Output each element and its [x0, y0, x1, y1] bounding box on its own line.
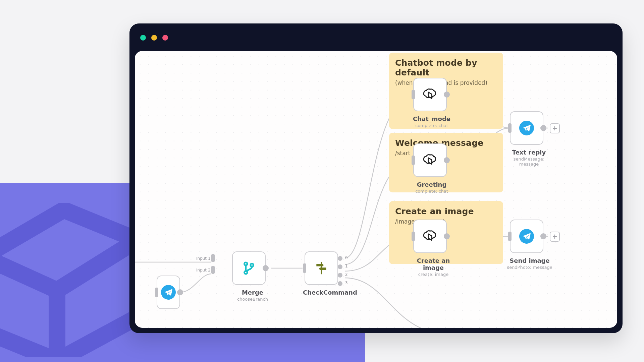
node-output-port[interactable]: [444, 92, 450, 98]
node-text-reply[interactable]: Text reply sendMessage: message: [508, 111, 552, 167]
group-title: Chatbot mode by default: [395, 58, 497, 77]
signpost-icon: [314, 261, 329, 276]
node-merge[interactable]: Merge chooseBranch: [233, 251, 272, 302]
node-check-command[interactable]: CheckCommand: [303, 251, 343, 296]
output-label: 1: [345, 264, 348, 268]
node-output-port[interactable]: [540, 233, 546, 239]
node-greeting[interactable]: Greeting complete: chat: [412, 143, 452, 194]
node-input-port[interactable]: [508, 232, 512, 241]
node-name: Create an image: [408, 257, 459, 271]
git-branch-icon: [241, 261, 256, 276]
telegram-icon: [161, 285, 176, 300]
node-create-image[interactable]: Create an image create: image: [412, 220, 459, 277]
node-input-port[interactable]: [508, 123, 512, 133]
node-sub: complete: chat: [412, 123, 452, 128]
output-label: 2: [345, 272, 348, 277]
node-input-port[interactable]: [412, 232, 415, 241]
output-label: 0: [345, 255, 348, 260]
openai-icon: [423, 153, 437, 168]
group-title: Create an image: [395, 206, 497, 216]
node-sub: complete: chat: [412, 189, 452, 194]
close-dot-icon[interactable]: [140, 35, 146, 41]
telegram-icon: [519, 229, 534, 244]
telegram-icon: [519, 121, 534, 135]
node-sub: create: image: [408, 272, 459, 277]
node-output-port[interactable]: [444, 157, 450, 163]
node-output-port[interactable]: [263, 265, 269, 271]
add-node-button[interactable]: +: [550, 123, 560, 133]
app-window: Chatbot mode by default (when no command…: [129, 23, 623, 333]
node-input-port[interactable]: [412, 90, 415, 99]
node-name: Send image: [504, 257, 555, 264]
node-send-image[interactable]: Send image sendPhoto: message: [508, 220, 555, 270]
output-label: 3: [345, 281, 348, 285]
check-command-outputs: [338, 256, 342, 286]
node-chat-mode[interactable]: Chat_mode complete: chat: [412, 78, 452, 128]
window-controls: [140, 35, 168, 41]
node-output-port[interactable]: [540, 125, 546, 131]
add-node-button[interactable]: +: [550, 232, 560, 242]
node-sub: sendPhoto: message: [504, 265, 555, 270]
node-output-port-2[interactable]: [338, 273, 342, 278]
input-label-2: Input 2: [196, 268, 211, 273]
node-output-port[interactable]: [177, 289, 183, 295]
node-output-port-1[interactable]: [338, 264, 342, 269]
node-input-port[interactable]: [303, 263, 306, 273]
node-output-port-0[interactable]: [338, 256, 342, 261]
node-name: CheckCommand: [303, 289, 343, 296]
openai-icon: [423, 87, 437, 102]
node-input-port[interactable]: [155, 288, 158, 297]
node-sub: chooseBranch: [233, 297, 272, 302]
node-name: Chat_mode: [412, 115, 452, 122]
input-label-1: Input 1: [196, 256, 211, 261]
workflow-canvas[interactable]: Chatbot mode by default (when no command…: [135, 51, 617, 328]
node-input-port[interactable]: [412, 156, 415, 165]
node-telegram-trigger[interactable]: [155, 276, 183, 309]
zoom-dot-icon[interactable]: [162, 35, 168, 41]
node-output-port[interactable]: [444, 233, 450, 239]
minimize-dot-icon[interactable]: [151, 35, 157, 41]
title-bar: [129, 23, 623, 51]
node-name: Merge: [233, 289, 272, 296]
node-name: Greeting: [412, 181, 452, 188]
node-output-port-3[interactable]: [338, 281, 342, 286]
node-sub: sendMessage: message: [506, 157, 552, 167]
openai-icon: [423, 229, 437, 244]
node-name: Text reply: [506, 149, 552, 156]
edges-layer: [135, 51, 617, 328]
